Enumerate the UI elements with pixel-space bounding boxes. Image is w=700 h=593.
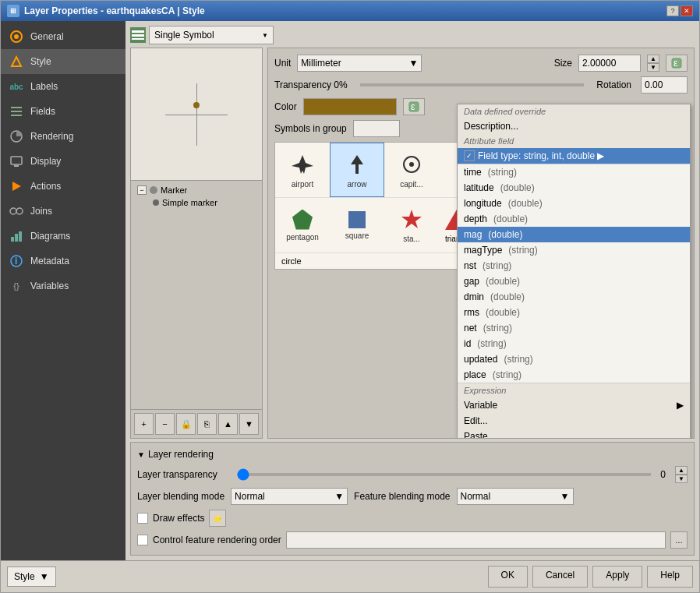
- draw-effects-checkbox[interactable]: [137, 513, 148, 524]
- sidebar-item-diagrams[interactable]: Diagrams: [1, 224, 126, 249]
- svg-rect-7: [14, 165, 19, 167]
- field-item-net[interactable]: net (string): [458, 320, 690, 336]
- sidebar-item-actions[interactable]: Actions: [1, 174, 126, 199]
- pentagon-shape: [292, 210, 313, 230]
- control-order-browse[interactable]: …: [670, 531, 688, 549]
- cancel-button[interactable]: Cancel: [532, 566, 588, 588]
- metadata-icon: i: [9, 253, 24, 269]
- layer-rendering-section: ▼ Layer rendering Layer transparency 0 ▲…: [130, 442, 695, 556]
- field-name-place: place: [464, 369, 486, 380]
- control-order-checkbox[interactable]: [137, 535, 148, 545]
- sidebar-item-style[interactable]: Style: [1, 49, 126, 74]
- field-item-updated[interactable]: updated (string): [458, 351, 690, 367]
- symbol-cell-square[interactable]: square: [330, 198, 384, 252]
- field-item-latitude[interactable]: latitude (double): [458, 180, 690, 196]
- move-up-button[interactable]: ▲: [218, 413, 238, 435]
- properties-area: Unit Millimeter ▼ Size ▲ ▼: [267, 48, 695, 439]
- size-input[interactable]: [578, 55, 641, 72]
- transparency-spinners: ▲ ▼: [675, 466, 688, 483]
- transparency-spin-up[interactable]: ▲: [675, 466, 688, 475]
- labels-icon: abc: [9, 79, 24, 94]
- field-item-nst[interactable]: nst (string): [458, 258, 690, 274]
- svg-marker-29: [401, 210, 422, 228]
- field-item-magtype[interactable]: magType (string): [458, 242, 690, 258]
- sidebar-item-rendering[interactable]: Rendering: [1, 124, 126, 149]
- field-item-depth[interactable]: depth (double): [458, 211, 690, 227]
- symbol-type-row: Single Symbol ▼: [130, 26, 695, 44]
- field-item-longitude[interactable]: longitude (double): [458, 196, 690, 211]
- color-picker[interactable]: [303, 98, 397, 115]
- field-item-gap[interactable]: gap (double): [458, 274, 690, 289]
- layer-rendering-title: ▼ Layer rendering: [137, 449, 688, 460]
- square-label: square: [345, 231, 369, 240]
- symbol-cell-pentagon[interactable]: pentagon: [275, 198, 330, 252]
- sidebar-item-variables[interactable]: {} Variables: [1, 274, 126, 298]
- variable-item[interactable]: Variable ▶: [458, 397, 690, 413]
- sidebar-item-fields[interactable]: Fields: [1, 99, 126, 124]
- sidebar-label-metadata: Metadata: [30, 256, 69, 266]
- color-override-button[interactable]: ε: [403, 98, 425, 115]
- symbol-cell-airport[interactable]: airport: [275, 143, 330, 197]
- description-item[interactable]: Description...: [458, 118, 690, 134]
- sidebar-item-labels[interactable]: abc Labels: [1, 74, 126, 99]
- rotation-input[interactable]: [641, 76, 688, 94]
- symbol-cell-capital[interactable]: capit...: [384, 143, 439, 197]
- field-type-item[interactable]: ✓ Field type: string, int, double ▶: [458, 148, 690, 164]
- field-type-depth: (double): [493, 214, 528, 224]
- field-item-dmin[interactable]: dmin (double): [458, 289, 690, 305]
- field-item-mag[interactable]: mag (double): [458, 227, 690, 242]
- field-type-gap: (double): [486, 276, 520, 287]
- duplicate-layer-button[interactable]: ⎘: [197, 413, 217, 435]
- svg-marker-8: [12, 182, 21, 191]
- section-expand-arrow[interactable]: ▼: [137, 450, 145, 459]
- size-override-button[interactable]: ε Data defined override Description...: [666, 55, 688, 72]
- field-item-rms[interactable]: rms (double): [458, 305, 690, 320]
- help-button[interactable]: Help: [647, 566, 693, 588]
- title-bar-left: ⊞ Layer Properties - earthquakesCA | Sty…: [7, 5, 205, 17]
- joins-icon: [9, 203, 24, 219]
- symbols-group-input[interactable]: [353, 120, 400, 137]
- field-item-place[interactable]: place (string): [458, 367, 690, 383]
- unit-arrow: ▼: [408, 58, 418, 69]
- simple-marker-label: Simple marker: [162, 198, 217, 207]
- field-name-gap: gap: [464, 276, 479, 287]
- tree-expand-marker[interactable]: −: [137, 185, 147, 195]
- draw-effects-label: Draw effects: [153, 513, 204, 524]
- style-dropdown[interactable]: Style ▼: [7, 567, 56, 587]
- layer-transparency-slider[interactable]: [237, 473, 651, 476]
- size-spin-up[interactable]: ▲: [647, 55, 659, 63]
- add-layer-button[interactable]: +: [134, 413, 154, 435]
- feature-blend-dropdown[interactable]: Normal ▼: [457, 488, 574, 505]
- field-item-time[interactable]: time (string): [458, 164, 690, 180]
- sidebar-item-general[interactable]: General: [1, 24, 126, 49]
- unit-dropdown[interactable]: Millimeter ▼: [297, 55, 422, 72]
- control-order-input[interactable]: [286, 531, 666, 549]
- move-down-button[interactable]: ▼: [239, 413, 259, 435]
- lock-layer-button[interactable]: 🔒: [176, 413, 196, 435]
- blend-mode-dropdown[interactable]: Normal ▼: [231, 488, 348, 505]
- paste-item[interactable]: Paste: [458, 429, 690, 439]
- draw-effects-button[interactable]: ⭐: [209, 510, 226, 527]
- close-window-button[interactable]: ✕: [681, 5, 693, 16]
- sidebar-item-metadata[interactable]: i Metadata: [1, 249, 126, 274]
- symbol-type-dropdown[interactable]: Single Symbol ▼: [149, 26, 274, 44]
- ok-button[interactable]: OK: [488, 566, 528, 588]
- tree-row-marker[interactable]: − Marker: [134, 184, 259, 196]
- size-spin-down[interactable]: ▼: [647, 63, 659, 72]
- tree-row-simple-marker[interactable]: Simple marker: [134, 196, 259, 209]
- help-window-button[interactable]: ?: [666, 5, 679, 16]
- sidebar-item-display[interactable]: Display: [1, 149, 126, 174]
- diagrams-icon: [9, 228, 24, 244]
- sidebar-item-joins[interactable]: Joins: [1, 199, 126, 224]
- edit-item[interactable]: Edit...: [458, 413, 690, 429]
- symbol-cell-star[interactable]: sta...: [384, 198, 439, 252]
- field-item-id[interactable]: id (string): [458, 336, 690, 351]
- remove-layer-button[interactable]: −: [155, 413, 175, 435]
- svg-point-25: [409, 162, 414, 167]
- title-bar-buttons: ? ✕: [666, 5, 693, 16]
- sidebar-label-joins: Joins: [30, 206, 52, 217]
- rendering-icon: [9, 129, 24, 144]
- apply-button[interactable]: Apply: [592, 566, 642, 588]
- transparency-spin-down[interactable]: ▼: [675, 475, 688, 483]
- symbol-cell-arrow[interactable]: arrow: [330, 143, 384, 197]
